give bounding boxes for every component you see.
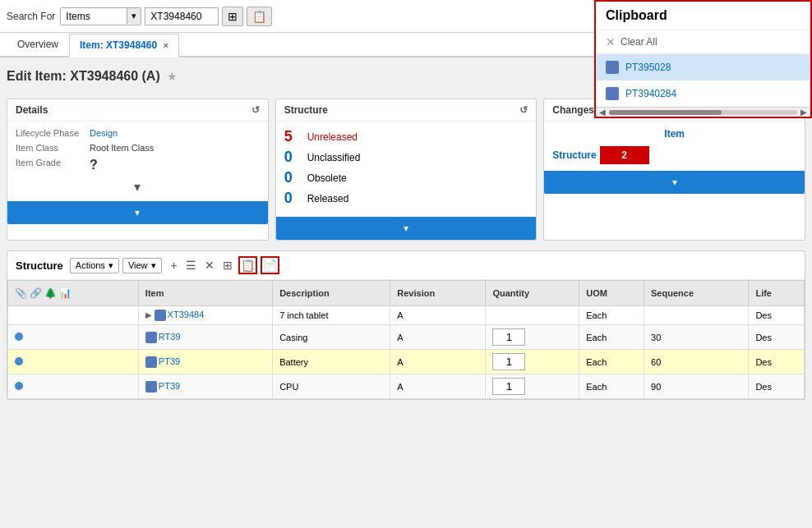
delete-icon[interactable]: ✕ [202, 256, 217, 274]
quantity-cell [486, 350, 579, 374]
changes-expand-icon: ▾ [672, 177, 677, 188]
description-cell: Battery [273, 350, 390, 374]
structure-expand-icon: ▾ [404, 223, 408, 234]
changes-card-body: Item Structure 2 [544, 122, 805, 171]
revision-cell: A [390, 350, 486, 374]
sequence-cell: 30 [644, 325, 749, 350]
item-link[interactable]: PT39 [159, 356, 180, 366]
details-refresh-icon[interactable]: ↺ [251, 104, 260, 116]
tree-icon: 🌲 [44, 287, 57, 299]
clipboard-item-icon [606, 61, 619, 74]
obsolete-count: 0 [284, 169, 301, 186]
left-area: Edit Item: XT3948460 (A) ★ Revision A Ac… [0, 57, 812, 528]
uom-cell: Each [579, 306, 644, 325]
description-cell: Casing [273, 325, 390, 350]
structure-icon[interactable]: ⊞ [220, 256, 235, 274]
structure-refresh-icon[interactable]: ↺ [519, 104, 528, 116]
structure-card-expand-bar[interactable]: ▾ [276, 217, 537, 240]
tab-overview[interactable]: Overview [7, 33, 69, 56]
structure-card-body: 5 Unreleased 0 Unclassified 0 Obsolete [276, 122, 537, 217]
actions-dropdown-btn[interactable]: Actions [70, 258, 119, 273]
item-type-icon [145, 332, 157, 343]
tree-expand-icon[interactable]: ▶ [145, 310, 155, 319]
item-class-value: Root Item Class [90, 143, 154, 153]
details-expand-bar[interactable]: ▾ [7, 201, 268, 224]
cards-row: Details ↺ Lifecycle Phase Design Item Cl… [7, 99, 805, 241]
row-icons-cell [8, 325, 139, 350]
released-label: Released [307, 193, 349, 204]
uom-cell: Each [579, 350, 644, 374]
clipboard-copy-icon[interactable]: 📄 [261, 256, 279, 274]
revision-cell: A [390, 374, 486, 399]
clear-x-icon: ✕ [606, 35, 616, 48]
structure-section-header: Structure Actions View + ☰ [7, 251, 805, 280]
description-cell: CPU [273, 374, 390, 399]
quantity-input[interactable] [492, 378, 525, 395]
lifecycle-cell: Des [749, 325, 805, 350]
status-dot [15, 333, 23, 341]
panels-area: Edit Item: XT3948460 (A) ★ Revision A Ac… [0, 57, 812, 528]
details-expand-arrow[interactable]: ▾ [134, 179, 141, 195]
clipboard-list-item[interactable]: PT395028 [596, 54, 810, 80]
details-card-header: Details ↺ [7, 99, 268, 122]
clipboard-paste-icon[interactable]: 📋 [238, 256, 257, 274]
clipboard-scrollbar[interactable]: ◀ ▶ [596, 107, 810, 117]
revision-cell: A [390, 306, 486, 325]
structure-section-title: Structure [16, 259, 63, 272]
struct-obsolete-row: 0 Obsolete [284, 169, 528, 186]
scroll-right-arrow[interactable]: ▶ [800, 108, 807, 117]
status-dot [15, 382, 23, 390]
table-header-row: 📎 🔗 🌲 📊 Item Description Revision [8, 281, 805, 306]
structure-table: 📎 🔗 🌲 📊 Item Description Revision [7, 280, 805, 399]
sequence-cell [644, 306, 749, 325]
changes-structure-label: Structure [552, 149, 596, 161]
structure-card-header: Structure ↺ [276, 99, 537, 122]
clipboard-list-item[interactable]: PT3940284 [596, 80, 810, 107]
lifecycle-cell: Des [749, 374, 805, 399]
scroll-left-arrow[interactable]: ◀ [599, 108, 606, 117]
edit-icon[interactable]: ☰ [183, 256, 199, 274]
item-link[interactable]: RT39 [159, 332, 181, 342]
lifecycle-value[interactable]: Design [90, 128, 118, 138]
structure-card: Structure ↺ 5 Unreleased 0 Unclassified [275, 99, 537, 241]
row-icons-cell [8, 374, 139, 399]
clipboard-items-list: PT395028PT3940284 [596, 54, 810, 107]
view-dropdown-btn[interactable]: View [122, 258, 162, 273]
scroll-track [609, 110, 797, 115]
status-dot [15, 357, 23, 365]
search-input-wrap: ▾ [60, 7, 141, 25]
add-icon[interactable]: + [168, 256, 180, 274]
quantity-cell [486, 306, 579, 325]
row-icons-cell [8, 350, 139, 374]
quantity-cell [486, 374, 579, 399]
search-dropdown-btn[interactable]: ▾ [127, 8, 141, 24]
tab-close-btn[interactable]: × [163, 40, 168, 50]
lifecycle-cell: Des [749, 350, 805, 374]
quantity-input[interactable] [492, 353, 525, 370]
lifecycle-field: Lifecycle Phase Design [16, 128, 260, 138]
clipboard-clear-btn[interactable]: ✕ Clear All [596, 30, 810, 54]
lifecycle-cell: Des [749, 306, 805, 325]
tab-item[interactable]: Item: XT3948460 × [69, 34, 179, 57]
unclassified-count: 0 [284, 149, 301, 166]
quantity-input[interactable] [492, 328, 525, 346]
unreleased-count: 5 [284, 128, 301, 145]
table-row: RT39CasingAEach30Des [8, 325, 805, 350]
sequence-cell: 90 [644, 374, 749, 399]
changes-expand-bar[interactable]: ▾ [544, 171, 805, 194]
toolbar-icons: + ☰ ✕ ⊞ 📋 📄 [168, 256, 279, 274]
details-card-body: Lifecycle Phase Design Item Class Root I… [7, 122, 268, 201]
th-life: Life [749, 281, 805, 306]
search-input[interactable] [61, 8, 127, 25]
uom-cell: Each [579, 374, 644, 399]
th-uom: UOM [579, 281, 644, 306]
search-grid-icon[interactable]: ⊞ [222, 7, 243, 26]
clipboard-toggle-btn[interactable]: 📋 [247, 7, 272, 26]
item-link[interactable]: PT39 [159, 381, 180, 391]
th-item: Item [138, 281, 272, 306]
page-title: Edit Item: XT3948460 (A) [7, 69, 160, 84]
search-id-input[interactable] [145, 7, 219, 25]
star-icon[interactable]: ★ [167, 70, 178, 83]
item-link[interactable]: XT39484 [168, 310, 205, 319]
clipboard-title: Clipboard [596, 2, 810, 30]
